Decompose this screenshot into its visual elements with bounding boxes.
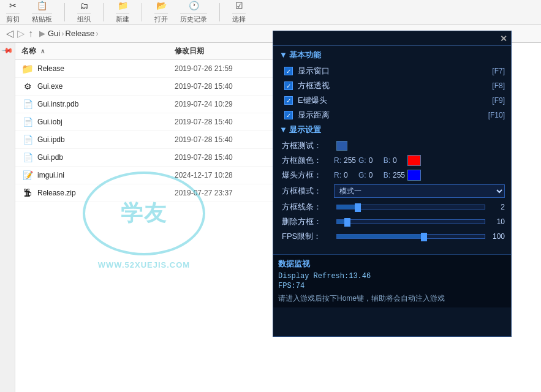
sort-arrow-icon: ∧ [40,48,45,55]
toolbar-history[interactable]: 🕐 历史记录 [180,1,207,24]
delete-value: 10 [488,217,505,226]
head-b-label: B: [384,171,390,179]
toolbar-paste-label: 粘贴板 [32,13,52,24]
table-row[interactable]: 📄 Gui.iobj 2019-07-28 15:40 [15,113,273,131]
pin-icon[interactable]: 📌 [1,44,14,57]
toolbar-new[interactable]: 📁 新建 [116,1,129,24]
file-date-cell: 2019-07-28 15:40 [175,82,267,91]
address-release[interactable]: Release [66,29,95,38]
nav-back-icon[interactable]: ◁ [6,28,13,39]
color-rgb-group: R: 255 G: 0 B: 0 [334,155,505,166]
head-g-label: G: [358,171,366,179]
toolbar-open-label: 打开 [154,13,168,24]
checkbox-icon[interactable]: ✓ [284,111,293,119]
feature-label: 方框透视 [298,80,486,91]
address-sep-1: › [61,29,64,38]
test-row: 方框测试： [279,140,505,151]
file-name-cell: Gui.instr.pdb [37,100,175,108]
file-list: 名称 ∧ 修改日期 📁 Release 2019-07-26 21:59 ⚙ G… [15,43,273,392]
display-refresh-row: Display Refresh:13.46 [278,272,506,281]
fps-slider-fill [337,235,426,238]
feature-hotkey: [F10] [488,111,505,119]
list-item[interactable]: ✓ 显示距离 [F10] [279,110,505,121]
feature-rows: ✓ 显示窗口 [F7] ✓ 方框透视 [F8] ✓ E键爆头 [F9] ✓ 显示… [279,66,505,121]
toolbar-organize[interactable]: 🗂 组织 [77,1,91,24]
file-type-icon: 📄 [21,151,34,164]
file-date-cell: 2019-07-26 21:59 [175,64,267,73]
table-row[interactable]: 📄 Gui.ipdb 2019-07-28 15:40 [15,131,273,149]
file-name-cell: Gui.ipdb [37,135,175,144]
color-label: 方框颜色： [282,155,334,166]
column-name-header[interactable]: 名称 ∧ [21,46,175,56]
file-type-icon: 📄 [21,116,34,128]
table-row[interactable]: 📁 Release 2019-07-26 21:59 [15,60,273,78]
file-date-cell: 2019-07-24 10:29 [175,100,267,108]
file-date-cell: 2019-07-27 23:37 [175,189,267,197]
address-gui[interactable]: Gui [48,29,60,38]
test-color-box[interactable] [336,141,347,151]
checkbox-icon[interactable]: ✓ [284,81,293,90]
table-row[interactable]: 📄 Gui.pdb 2019-07-28 15:40 [15,149,273,167]
display-section-title: ▼ 显示设置 [279,124,505,135]
r-label: R: [334,156,341,165]
fps-slider-thumb[interactable] [421,233,427,241]
checkbox-icon[interactable]: ✓ [284,96,293,105]
line-slider[interactable] [336,205,485,209]
color-row: 方框颜色： R: 255 G: 0 B: 0 [279,155,505,166]
file-name-cell: Release.zip [37,189,175,197]
b-value: 0 [393,156,405,165]
mode-select[interactable]: 模式一 模式二 模式三 [334,184,505,198]
checkbox-icon[interactable]: ✓ [284,67,293,75]
toolbar-history-label: 历史记录 [180,13,207,24]
list-item[interactable]: ✓ E键爆头 [F9] [279,95,505,106]
line-slider-thumb[interactable] [355,203,361,212]
fps-slider[interactable] [336,234,485,239]
basic-section-title: ▼ 基本功能 [279,50,505,61]
file-name-cell: Gui.exe [37,82,175,91]
delete-row: 删除方框： 10 [279,216,505,227]
list-item[interactable]: ✓ 方框透视 [F8] [279,80,505,91]
color-preview-box[interactable] [407,155,421,166]
data-monitor-title: 数据监视 [278,258,506,270]
file-date-cell: 2019-07-28 15:40 [175,118,267,126]
delete-label: 删除方框： [282,216,334,227]
table-row[interactable]: ⚙ Gui.exe 2019-07-28 15:40 [15,78,273,96]
delete-slider[interactable] [336,219,485,224]
feature-label: 显示窗口 [298,66,486,77]
feature-label: E键爆头 [298,95,486,106]
feature-hotkey: [F7] [492,67,505,75]
g-value: 0 [369,156,381,165]
line-value: 2 [488,203,505,211]
file-date-cell: 2024-12-17 10:28 [175,171,267,179]
g-label: G: [358,156,366,165]
mode-row: 方框模式： 模式一 模式二 模式三 [279,184,505,198]
toolbar-open[interactable]: 📂 打开 [154,1,168,24]
table-row[interactable]: 📄 Gui.instr.pdb 2019-07-24 10:29 [15,96,273,113]
delete-slider-thumb[interactable] [344,218,350,227]
toolbar-cut[interactable]: ✂ 剪切 [6,1,20,24]
mode-label: 方框模式： [282,186,334,197]
nav-up-icon[interactable]: ↑ [28,28,33,39]
table-row[interactable]: 📝 imgui.ini 2024-12-17 10:28 [15,167,273,184]
file-type-icon: 📝 [21,169,34,181]
toolbar-select-label: 选择 [232,13,246,24]
file-date-cell: 2019-07-28 15:40 [175,135,267,144]
sidebar: 📌 [0,43,15,392]
file-type-icon: 📁 [21,62,34,75]
fps-value: 100 [488,232,505,241]
head-g-value: 0 [369,171,381,179]
toolbar-cut-label: 剪切 [6,13,20,24]
file-name-cell: imgui.ini [37,171,175,179]
file-type-icon: 📄 [21,98,34,110]
nav-forward-icon[interactable]: ▷ [17,28,25,39]
column-date-header[interactable]: 修改日期 [175,46,267,56]
panel-titlebar: ✕ [273,31,511,46]
file-name-cell: Gui.pdb [37,153,175,162]
list-item[interactable]: ✓ 显示窗口 [F7] [279,66,505,77]
toolbar-select[interactable]: ☑ 选择 [232,1,246,24]
head-b-value: 255 [393,171,405,179]
head-color-preview-box[interactable] [407,170,421,181]
table-row[interactable]: 🗜 Release.zip 2019-07-27 23:37 [15,184,273,202]
close-button[interactable]: ✕ [500,34,507,43]
toolbar-paste[interactable]: 📋 粘贴板 [32,1,52,24]
